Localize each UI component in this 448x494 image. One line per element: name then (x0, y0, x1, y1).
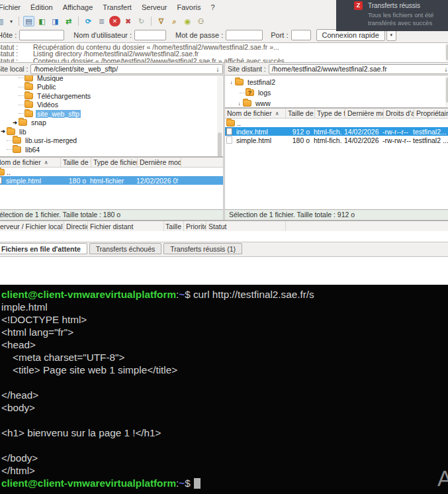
remote-path-value: /home/testfinal2/www/testfinal2.sae.fr (269, 65, 441, 73)
column-header-type[interactable]: Type de fic (315, 109, 345, 118)
queue-col-remote-file[interactable]: Fichier distant (88, 221, 164, 231)
tree-item[interactable]: ➔lib (0, 127, 223, 136)
message-log: Statut : Récupération du contenu du doss… (0, 42, 448, 63)
tab-queued-files[interactable]: Fichiers en file d'attente (0, 243, 87, 254)
menu-affichage[interactable]: Affichage (63, 3, 93, 11)
toggle-remote-tree-icon[interactable]: ◨ (50, 16, 61, 26)
terminal-output: <html lang="fr"> (1, 326, 448, 339)
table-row-selected[interactable]: simple.html 180 o html-fichier 12/02/202… (0, 176, 223, 185)
username-input[interactable] (134, 30, 166, 40)
tree-item[interactable]: ↓testfinal2 (225, 77, 448, 87)
queue-col-priority[interactable]: Priorité (184, 221, 206, 231)
local-status-bar: Sélection de 1 fichier. Taille totale : … (0, 209, 223, 220)
tree-item[interactable]: Vidéos (0, 101, 223, 110)
tree-item[interactable]: Téléchargements (0, 91, 223, 101)
combo-arrow-icon[interactable]: ↓ (213, 66, 222, 73)
site-manager-dropdown-icon[interactable]: ▾ (8, 16, 15, 26)
expand-arrow-icon[interactable]: ↓ (228, 79, 235, 85)
terminal-output (1, 440, 448, 452)
sync-browsing-icon[interactable]: ◉ (182, 16, 193, 26)
tree-item[interactable]: lib.usr-is-merged (0, 136, 223, 146)
toggle-log-icon[interactable]: ▤ (23, 16, 34, 26)
local-path-combo[interactable]: /home/client/site_web_sftp/ ↓ (30, 64, 223, 74)
prompt-path: ~ (179, 289, 185, 300)
queue-col-size[interactable]: Taille (164, 221, 184, 231)
tab-successful-transfers[interactable]: Transferts réussis (1) (163, 243, 242, 254)
menu-transfert[interactable]: Transfert (103, 3, 132, 11)
queue-col-server[interactable]: Serveur / Fichier local (0, 221, 64, 231)
toolbar-separator (19, 17, 19, 26)
local-tree: Musique Public Téléchargements Vidéos si… (0, 75, 223, 157)
expand-arrow-icon[interactable]: ↓ (236, 101, 243, 107)
log-message: Récupération du contenu du dossier « /ho… (33, 44, 279, 50)
terminal-output: </head> (1, 389, 448, 402)
log-row: Statut : Listing directory /home/testfin… (0, 50, 448, 57)
remote-tree-scrollbar[interactable] (445, 76, 448, 107)
cancel-icon[interactable]: ✕ (109, 16, 120, 26)
toolbar-separator (151, 17, 152, 26)
filter-icon[interactable]: ∇ (156, 16, 167, 26)
log-scrollbar[interactable] (445, 44, 448, 62)
menu-fichier[interactable]: Fichier (0, 3, 21, 11)
table-row[interactable]: .. (0, 168, 223, 176)
process-queue-icon[interactable]: ≣ (96, 16, 107, 26)
transfer-notification[interactable]: Z Transferts réussis Tous les fichiers o… (336, 0, 448, 31)
table-row[interactable]: .. (225, 119, 448, 127)
host-input[interactable] (19, 30, 64, 40)
find-files-icon[interactable]: ⚇ (195, 16, 206, 26)
refresh-icon[interactable]: ⟳ (83, 16, 94, 26)
port-input[interactable] (291, 30, 311, 40)
combo-arrow-icon[interactable]: ↓ (441, 66, 448, 73)
log-message: Contenu du dossier « /home/testfinal2/ww… (33, 58, 285, 64)
log-label: Statut : (0, 58, 33, 64)
tree-item[interactable]: ↓www (225, 98, 448, 108)
menu-edition[interactable]: Édition (30, 3, 53, 11)
column-header-modified[interactable]: Dernière modific. (138, 158, 181, 167)
terminal-window[interactable]: client@client-vmwarevirtualplatform:~$ c… (0, 285, 448, 494)
column-header-perms[interactable]: Droits d'ac (384, 109, 414, 118)
site-manager-icon[interactable]: ▥ (0, 16, 6, 26)
expand-arrow-icon[interactable]: ➔ (0, 128, 7, 134)
port-label: Port : (271, 31, 288, 39)
expand-arrow-icon[interactable]: ➔ (11, 120, 19, 126)
column-header-size[interactable]: Taille de fic (61, 158, 91, 167)
remote-path-bar: Site distant : /home/testfinal2/www/test… (225, 63, 448, 75)
column-header-type[interactable]: Type de fichier (91, 158, 138, 167)
column-header-modified[interactable]: Dernière mod (345, 109, 384, 118)
menu-help[interactable]: ? (211, 3, 215, 11)
queue-col-direction[interactable]: Direction (64, 221, 88, 231)
local-tree-scrollbar[interactable] (217, 76, 222, 156)
column-header-owner[interactable]: Propriétaire (414, 109, 448, 118)
tree-item[interactable]: ➔snap (0, 119, 223, 128)
tree-item[interactable]: Musique (0, 75, 223, 83)
log-label: Statut : (0, 50, 33, 57)
tree-item-selected[interactable]: site_web_sftp (0, 109, 223, 119)
menu-favoris[interactable]: Favoris (177, 3, 201, 11)
terminal-output: <h1> bienvenu sur la page 1 !</h1> (1, 427, 448, 440)
column-header-name[interactable]: Nom de fichier∧ (225, 109, 286, 118)
reconnect-icon[interactable]: ↻ (136, 16, 147, 26)
folder-icon (24, 75, 33, 81)
tab-failed-transfers[interactable]: Transferts échoués (89, 243, 162, 254)
toggle-local-tree-icon[interactable]: ◧ (36, 16, 48, 26)
toggle-queue-icon[interactable]: ⇄ (63, 16, 74, 26)
password-input[interactable] (226, 30, 263, 40)
column-header-size[interactable]: Taille de fi (286, 109, 315, 118)
compare-icon[interactable]: ⌕ (169, 16, 180, 26)
table-row[interactable]: simple.html 180 o html-fich... 14/02/202… (225, 136, 448, 144)
terminal-output: <head> (1, 339, 448, 352)
tree-item[interactable]: Public (0, 83, 223, 92)
desktop: Fichier Édition Affichage Transfert Serv… (0, 0, 448, 494)
notification-body: Tous les fichiers ont été transférés ave… (368, 11, 442, 27)
table-row-selected[interactable]: index.html 912 o html-fich... 14/02/2026… (225, 127, 448, 136)
remote-path-combo[interactable]: /home/testfinal2/www/testfinal2.sae.fr ↓ (269, 64, 448, 74)
log-row: Statut : Récupération du contenu du doss… (0, 44, 448, 50)
tree-item[interactable]: ?logs (225, 87, 448, 98)
folder-icon (13, 146, 21, 153)
folder-icon (226, 120, 235, 126)
menu-serveur[interactable]: Serveur (142, 3, 167, 11)
column-header-name[interactable]: Nom de fichier∧ (0, 158, 61, 167)
disconnect-icon[interactable]: ✖ (122, 16, 134, 26)
queue-col-status[interactable]: Statut (206, 221, 286, 231)
tree-item[interactable]: lib64 (0, 145, 223, 154)
